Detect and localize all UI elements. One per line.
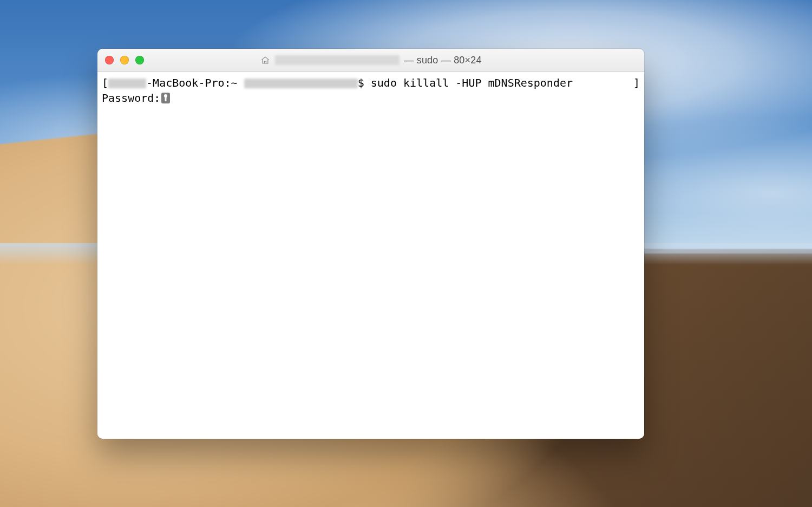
prompt-close-bracket: ] [633,75,640,90]
title-redacted-hostname [275,55,400,65]
username-redacted [244,79,358,88]
window-title-suffix: — sudo — 80×24 [404,55,481,66]
hostname-redacted [108,79,146,88]
command-text: sudo killall -HUP mDNSResponder [371,76,573,89]
close-button[interactable] [105,56,114,64]
terminal-window[interactable]: — sudo — 80×24 [-MacBook-Pro:~ $ sudo ki… [97,49,644,439]
minimize-button[interactable] [120,56,129,64]
home-icon [260,55,271,66]
window-title: — sudo — 80×24 [97,49,644,72]
prompt-symbol: $ [358,76,371,89]
terminal-line-1: [-MacBook-Pro:~ $ sudo killall -HUP mDNS… [102,75,640,90]
key-icon [161,93,170,103]
traffic-lights [97,56,144,64]
password-prompt-label: Password: [102,92,160,105]
terminal-line-2: Password: [102,90,640,106]
prompt-open-bracket: [ [102,76,108,89]
terminal-output[interactable]: [-MacBook-Pro:~ $ sudo killall -HUP mDNS… [97,72,644,439]
window-titlebar[interactable]: — sudo — 80×24 [97,49,644,72]
desktop-wallpaper: — sudo — 80×24 [-MacBook-Pro:~ $ sudo ki… [0,0,812,507]
host-visible-fragment: -MacBook-Pro:~ [146,76,244,89]
zoom-button[interactable] [135,56,144,64]
